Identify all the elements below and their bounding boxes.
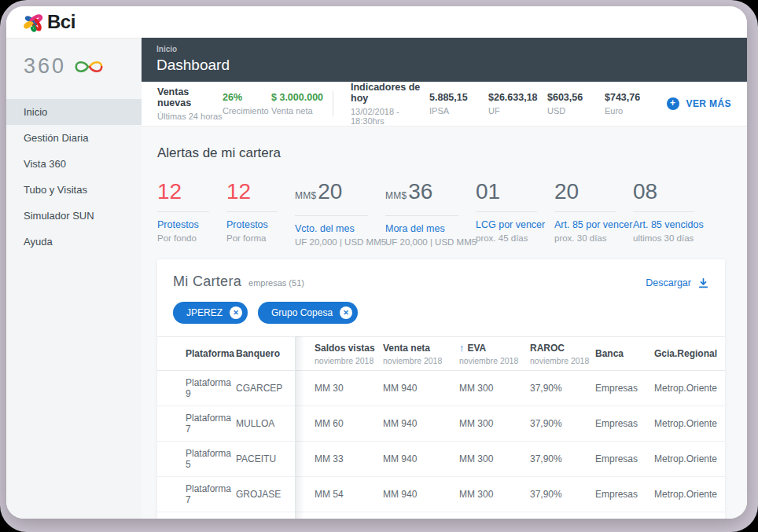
sidebar-item-label: Gestión Diaria — [24, 132, 88, 144]
ver-mas-label: VER MÁS — [686, 98, 731, 109]
breadcrumb: Inicio — [156, 45, 747, 53]
table-row[interactable]: Plataforma 7 CARAYAL MM 60 MM 940 MM 300… — [157, 512, 725, 519]
cell-banquero: GROJASE — [236, 489, 295, 500]
cell-raroc: 37,90% — [530, 383, 595, 394]
cell-banca: Empresas — [595, 489, 654, 500]
sidebar-item-label: Ayuda — [24, 236, 53, 248]
table-row[interactable]: Plataforma 9 CGARCEP MM 30 MM 940 MM 300… — [157, 371, 725, 406]
alert-value: 01 — [476, 180, 554, 204]
stat-label: Últimas 24 horas — [157, 112, 223, 121]
alert-label: Mora del mes — [385, 223, 476, 234]
cell-eva: MM 300 — [459, 383, 530, 394]
stat-value: $26.633,18 — [488, 92, 547, 103]
cell-plataforma: Plataforma 7 — [157, 483, 236, 505]
sidebar-item-simulador-sun[interactable]: Simulador SUN — [6, 203, 142, 229]
alert-sublabel: Por fondo — [157, 233, 226, 243]
cell-plataforma: Plataforma 7 — [157, 413, 236, 435]
stat-value: 5.885,15 — [429, 92, 488, 103]
column-header-gcia-regional[interactable]: Gcia.Regional — [654, 348, 725, 359]
stat-label: Euro — [605, 106, 660, 116]
column-header-venta-neta[interactable]: Venta neta noviembre 2018 — [383, 343, 459, 365]
alert-value: MM$20 — [295, 180, 385, 207]
alert-card-vcto-del-mes[interactable]: MM$20 Vcto. del mes UF 20,000 | USD MM5 — [295, 180, 385, 247]
chip-grupo-copesa[interactable]: Grupo Copesa ✕ — [258, 302, 358, 324]
mi-cartera-subtitle: empresas (51) — [248, 278, 304, 288]
alert-sublabel: prox. 30 días — [554, 233, 633, 243]
stat-value: $ 3.000.000 — [271, 92, 325, 103]
cell-banquero: CGARCEP — [236, 383, 295, 394]
mi-cartera-card: Mi Cartera empresas (51) Descargar JPERE… — [157, 259, 725, 519]
cell-gcia-regional: Metrop.Oriente — [654, 418, 725, 429]
alert-card-art85-por-vencer[interactable]: 20 Art. 85 por vencer prox. 30 días — [554, 180, 633, 247]
cell-plataforma: Plataforma 9 — [157, 377, 236, 399]
stat-uf: $26.633,18 UF — [488, 92, 547, 116]
cell-banca: Empresas — [595, 383, 654, 394]
page-title: Dashboard — [156, 57, 747, 74]
sidebar-item-vista-360[interactable]: Vista 360 — [6, 151, 142, 177]
column-header-saldos-vistas[interactable]: Saldos vistas noviembre 2018 — [295, 343, 383, 365]
divider — [295, 215, 368, 216]
alert-card-protestos-forma[interactable]: 12 Protestos Por forma — [226, 180, 295, 247]
column-header-banquero[interactable]: Banquero — [236, 348, 295, 359]
cell-banquero: MULLOA — [236, 418, 295, 429]
column-header-banca[interactable]: Banca — [595, 348, 654, 359]
sidebar-item-ayuda[interactable]: Ayuda — [6, 229, 142, 255]
stat-euro: $743,76 Euro — [605, 92, 660, 116]
alert-card-lcg-por-vencer[interactable]: 01 LCG por vencer prox. 45 días — [476, 180, 554, 247]
alert-value: MM$36 — [385, 180, 476, 207]
chip-label: JPEREZ — [186, 307, 223, 318]
sidebar-item-tubo-y-visitas[interactable]: Tubo y Visitas — [6, 177, 142, 203]
chip-jperez[interactable]: JPEREZ ✕ — [173, 302, 248, 324]
stat-label: IPSA — [429, 106, 488, 116]
stat-crecimiento: 26% Crecimiento — [223, 92, 271, 116]
cell-banca: Empresas — [595, 453, 654, 464]
alert-value-prefix: MM$ — [295, 190, 316, 201]
column-header-plataforma[interactable]: Plataforma — [157, 348, 236, 359]
brand-name: Bci — [47, 11, 75, 33]
sidebar-item-gestion-diaria[interactable]: Gestión Diaria — [6, 125, 142, 151]
divider — [554, 211, 616, 212]
close-icon[interactable]: ✕ — [230, 306, 242, 319]
cell-plataforma: Plataforma 5 — [157, 448, 236, 470]
alert-card-protestos-fondo[interactable]: 12 Protestos Por fondo — [157, 180, 226, 247]
column-header-eva[interactable]: ↑EVA noviembre 2018 — [459, 342, 530, 365]
stat-ventas-nuevas: Ventas nuevas Últimas 24 horas — [157, 86, 223, 121]
stats-bar: Ventas nuevas Últimas 24 horas 26% Creci… — [142, 82, 747, 127]
table-row[interactable]: Plataforma 5 PACEITU MM 33 MM 940 MM 300… — [157, 442, 725, 477]
alerts-section: Alertas de mi cartera 12 Protestos Por f… — [142, 127, 747, 259]
column-header-raroc[interactable]: RAROC noviembre 2018 — [530, 343, 595, 365]
table-row[interactable]: Plataforma 7 MULLOA MM 60 MM 940 MM 300 … — [157, 406, 725, 442]
stat-value: Indicadores de hoy — [351, 82, 429, 104]
sidebar-item-inicio[interactable]: Inicio — [6, 99, 142, 125]
cell-banca: Empresas — [595, 418, 654, 429]
descargar-label: Descargar — [646, 277, 691, 288]
cell-raroc: 37,90% — [530, 453, 595, 464]
alert-label: Art. 85 por vencer — [554, 219, 633, 230]
stat-value: $603,56 — [547, 92, 605, 103]
alert-label: Protestos — [157, 219, 226, 230]
alert-label: Vcto. del mes — [295, 223, 385, 234]
mi-cartera-header: Mi Cartera empresas (51) Descargar — [157, 273, 725, 290]
table-row[interactable]: Plataforma 7 GROJASE MM 54 MM 940 MM 300… — [157, 477, 725, 512]
stats-divider — [333, 91, 333, 116]
sidebar-nav: Inicio Gestión Diaria Vista 360 Tubo y V… — [6, 99, 142, 255]
alert-label: Art. 85 vencidos — [633, 219, 712, 230]
descargar-button[interactable]: Descargar — [646, 277, 709, 289]
alert-card-mora-del-mes[interactable]: MM$36 Mora del mes UF 20,000 | USD MM5 — [385, 180, 476, 247]
infinity-icon — [72, 58, 105, 75]
alert-value-prefix: MM$ — [385, 190, 407, 201]
alert-value: 12 — [157, 180, 226, 204]
chip-label: Grupo Copesa — [271, 307, 333, 318]
ver-mas-button[interactable]: + VER MÁS — [667, 97, 731, 110]
alert-card-art85-vencidos[interactable]: 08 Art. 85 vencidos ultimos 30 días — [633, 180, 712, 247]
divider — [385, 215, 458, 216]
alert-value: 12 — [226, 180, 295, 204]
divider — [157, 211, 209, 212]
close-icon[interactable]: ✕ — [340, 306, 352, 319]
cell-gcia-regional: Metrop.Oriente — [654, 453, 725, 464]
top-bar: Bci — [6, 6, 747, 38]
filter-chips: JPEREZ ✕ Grupo Copesa ✕ — [157, 290, 725, 336]
cell-raroc: 37,90% — [530, 418, 595, 429]
plus-circle-icon: + — [667, 97, 679, 110]
divider — [226, 211, 278, 212]
